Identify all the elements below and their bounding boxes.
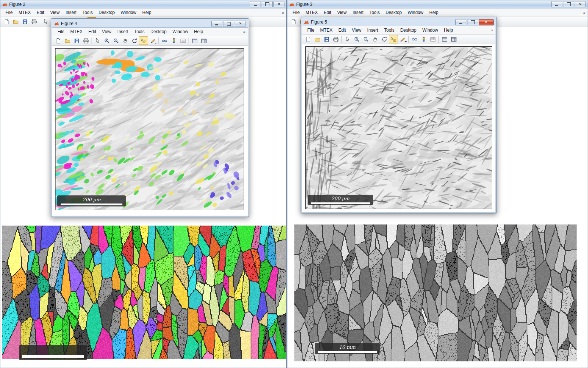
menu-help[interactable]: Help [426, 9, 441, 16]
menu-overflow-icon[interactable]: » [491, 28, 493, 32]
menu-insert[interactable]: Insert [364, 26, 381, 34]
brush-dropdown-icon[interactable] [405, 41, 407, 42]
open-file-button[interactable] [11, 17, 20, 26]
hide-plot-tools-button[interactable] [190, 36, 199, 45]
menu-insert[interactable]: Insert [114, 28, 131, 35]
menu-view[interactable]: View [47, 9, 62, 16]
open-file-button[interactable] [313, 35, 322, 43]
menu-window[interactable]: Window [405, 9, 426, 16]
new-figure-button[interactable] [2, 17, 11, 26]
menu-tools[interactable]: Tools [381, 26, 397, 34]
menu-mtex[interactable]: MTEX [302, 9, 320, 16]
minimize-button[interactable] [455, 19, 466, 25]
menu-edit[interactable]: Edit [86, 28, 99, 35]
menu-tools[interactable]: Tools [131, 28, 147, 35]
zoom-in-button[interactable] [352, 35, 361, 43]
rotate-3d-button[interactable] [130, 36, 139, 45]
edit-plot-button[interactable] [343, 35, 352, 43]
menu-insert[interactable]: Insert [349, 9, 366, 16]
menu-desktop[interactable]: Desktop [397, 26, 419, 34]
new-figure-button[interactable] [289, 17, 298, 26]
menu-overflow-icon[interactable]: » [243, 29, 245, 34]
print-figure-button[interactable] [29, 17, 39, 26]
print-figure-button[interactable] [331, 35, 340, 43]
insert-colorbar-button[interactable] [419, 35, 428, 43]
brush-button[interactable] [148, 36, 157, 45]
pan-button[interactable] [370, 35, 380, 43]
data-cursor-button[interactable] [139, 36, 148, 45]
zoom-in-button[interactable] [102, 36, 111, 45]
zoom-out-button[interactable] [111, 36, 121, 45]
figure5-band-contrast-map[interactable] [305, 46, 492, 209]
show-plot-tools-button[interactable] [199, 36, 208, 45]
open-file-button[interactable] [63, 36, 72, 45]
insert-legend-button[interactable] [178, 36, 187, 45]
figure2-ebsd-orientation-map[interactable] [2, 226, 286, 359]
menu-help[interactable]: Help [191, 28, 206, 35]
menu-overflow-icon[interactable]: » [282, 10, 284, 15]
show-plot-tools-button[interactable] [449, 35, 458, 43]
figure5-titlebar[interactable]: Figure 5 × [302, 18, 495, 26]
menu-mtex[interactable]: MTEX [67, 28, 85, 35]
menu-edit[interactable]: Edit [336, 26, 349, 34]
pan-button[interactable] [121, 36, 130, 45]
menu-mtex[interactable]: MTEX [317, 26, 335, 34]
menu-file[interactable]: File [3, 9, 15, 16]
menu-desktop[interactable]: Desktop [383, 9, 405, 16]
print-figure-button[interactable] [81, 36, 90, 45]
menu-desktop[interactable]: Desktop [96, 9, 118, 16]
menu-tools[interactable]: Tools [366, 9, 383, 16]
figure3-grain-map[interactable] [294, 224, 577, 361]
brush-button[interactable] [398, 35, 407, 43]
save-figure-button[interactable] [20, 17, 29, 26]
zoom-out-button[interactable] [361, 35, 370, 43]
menu-help[interactable]: Help [441, 26, 456, 34]
menu-file[interactable]: File [304, 26, 317, 34]
menu-view[interactable]: View [99, 28, 114, 35]
new-figure-button[interactable] [304, 35, 313, 43]
maximize-button[interactable] [467, 19, 478, 25]
rotate-3d-button[interactable] [380, 35, 389, 43]
close-button[interactable]: × [479, 19, 494, 25]
maximize-button[interactable] [262, 1, 273, 7]
menu-window[interactable]: Window [169, 28, 191, 35]
link-plots-button[interactable] [160, 36, 169, 45]
menu-window[interactable]: Window [118, 9, 139, 16]
edit-plot-button[interactable] [41, 17, 50, 26]
close-button[interactable]: × [575, 1, 586, 7]
minimize-button[interactable] [250, 1, 261, 7]
save-figure-button[interactable] [72, 36, 81, 45]
data-cursor-button[interactable] [389, 35, 398, 43]
figure4-titlebar[interactable]: Figure 4 × [52, 20, 248, 27]
menu-file[interactable]: File [290, 9, 302, 16]
figure2-titlebar[interactable]: Figure 2 × [0, 0, 286, 8]
menu-view[interactable]: View [349, 26, 364, 34]
menu-view[interactable]: View [334, 9, 349, 16]
menu-insert[interactable]: Insert [62, 9, 79, 16]
maximize-button[interactable] [223, 21, 234, 27]
minimize-button[interactable] [551, 1, 562, 7]
edit-plot-button[interactable] [93, 36, 102, 45]
hide-plot-tools-button[interactable] [440, 35, 449, 43]
brush-dropdown-icon[interactable] [155, 43, 157, 44]
save-figure-button[interactable] [322, 35, 331, 43]
insert-colorbar-button[interactable] [169, 36, 178, 45]
insert-legend-button[interactable] [428, 35, 437, 43]
menu-mtex[interactable]: MTEX [15, 9, 33, 16]
close-button[interactable]: × [235, 21, 246, 27]
menu-edit[interactable]: Edit [34, 9, 47, 16]
link-plots-button[interactable] [410, 35, 419, 43]
menu-desktop[interactable]: Desktop [147, 28, 169, 35]
menu-file[interactable]: File [54, 28, 67, 35]
menu-help[interactable]: Help [139, 9, 154, 16]
minimize-button[interactable] [211, 21, 222, 27]
close-button[interactable]: × [273, 1, 284, 7]
menu-overflow-icon[interactable]: » [583, 10, 585, 15]
maximize-button[interactable] [563, 1, 574, 7]
new-figure-button[interactable] [54, 36, 63, 45]
figure4-ebsd-map[interactable] [55, 48, 244, 210]
menu-tools[interactable]: Tools [79, 9, 96, 16]
figure3-titlebar[interactable]: Figure 3 × [287, 0, 588, 8]
menu-edit[interactable]: Edit [321, 9, 334, 16]
menu-window[interactable]: Window [419, 26, 441, 34]
